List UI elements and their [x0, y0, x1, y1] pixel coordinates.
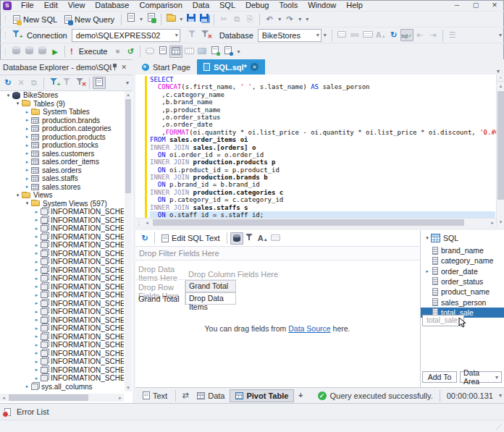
toolbar3-options-icon[interactable]: ▾: [235, 48, 242, 55]
tree-item[interactable]: ▸INFORMATION_SCHEMA.KEY_COLUMN_USAGE: [0, 274, 124, 283]
tab-list-dropdown-icon[interactable]: ▾: [495, 68, 504, 75]
tree-item[interactable]: ▸INFORMATION_SCHEMA.VIEW_COLUMN_USAGE: [0, 366, 124, 375]
tree-item[interactable]: ▾Tables (9): [0, 100, 124, 109]
code-line[interactable]: ,FORMAT(oi.quantity * oi.list_price - oi…: [150, 129, 495, 136]
export-data-icon[interactable]: [209, 46, 222, 58]
code-line[interactable]: FROM sales.order_items oi: [150, 136, 495, 143]
expand-icon[interactable]: ▸: [33, 359, 41, 365]
field-tree-root[interactable]: ▾SQL: [421, 233, 504, 243]
toolbar-grip[interactable]: ⋮: [0, 16, 9, 22]
code-line[interactable]: INNER JOIN production.products p: [150, 158, 495, 166]
tree-item[interactable]: ▸sys.all_columns: [0, 383, 124, 391]
connection-properties-icon[interactable]: [186, 29, 199, 41]
refresh-icon[interactable]: ↻: [387, 29, 400, 41]
code-line[interactable]: ON oi.product_id = p.product_id: [150, 166, 495, 174]
scroll-up-icon[interactable]: ▴: [497, 82, 504, 90]
field-item-category_name[interactable]: category_name: [421, 255, 504, 266]
undo-dropdown-icon[interactable]: ▾: [276, 16, 283, 22]
tree-item[interactable]: ▸sales.staffs: [0, 174, 124, 183]
explorer-horizontal-scrollbar[interactable]: ◂ ▸: [0, 394, 124, 402]
filter-icon[interactable]: [243, 232, 256, 245]
field-item-sales_person[interactable]: sales_person: [421, 297, 504, 308]
undo-icon[interactable]: ↶: [263, 13, 276, 25]
close-icon[interactable]: ✕: [485, 0, 504, 11]
database-rollback-icon[interactable]: [35, 46, 49, 58]
keyboard-icon[interactable]: [361, 29, 374, 41]
collapse-icon[interactable]: ▾: [14, 101, 22, 106]
code-line[interactable]: INNER JOIN production.brands b: [150, 174, 495, 181]
tree-item[interactable]: ▸production.brands: [0, 117, 124, 125]
expand-icon[interactable]: ▸: [23, 176, 31, 182]
tree-item[interactable]: ▸INFORMATION_SCHEMA.SEQUENCES: [0, 324, 124, 333]
stop-icon[interactable]: ■: [111, 46, 124, 58]
menu-tools[interactable]: Tools: [274, 0, 303, 11]
script-view-icon[interactable]: [93, 77, 106, 89]
scroll-right-icon[interactable]: ▸: [117, 394, 124, 402]
field-item-order_status[interactable]: order_status: [421, 276, 504, 287]
expand-icon[interactable]: ▸: [23, 126, 31, 132]
save-all-icon[interactable]: [198, 13, 211, 25]
time-dropdown-icon[interactable]: ▾: [497, 392, 504, 399]
new-query-button[interactable]: New Query: [61, 14, 118, 25]
swap-panes-icon[interactable]: ⇄: [179, 389, 192, 402]
expand-icon[interactable]: ▸: [33, 234, 41, 240]
expand-icon[interactable]: ▸: [33, 326, 41, 331]
expand-icon[interactable]: ▸: [23, 134, 31, 140]
tree-item[interactable]: ▾Views: [0, 191, 124, 200]
split-editor-icon[interactable]: ÷: [497, 75, 504, 82]
layout-grid-icon[interactable]: [182, 46, 196, 58]
tree-item[interactable]: ▸production.categories: [0, 124, 124, 133]
field-item-brand_name[interactable]: brand_name: [421, 245, 504, 255]
save-icon[interactable]: [185, 13, 198, 25]
new-connection-icon[interactable]: [145, 13, 158, 25]
tree-item[interactable]: ▸INFORMATION_SCHEMA.CONSTRAINT_COLUMN_US…: [0, 241, 124, 250]
tab-pivot-table[interactable]: Pivot Table: [230, 389, 294, 402]
explorer-vertical-scrollbar[interactable]: ▴ ▾: [125, 91, 132, 391]
tree-item[interactable]: ▸INFORMATION_SCHEMA.COLUMN_DOMAIN_USAGE: [0, 216, 124, 225]
tree-item[interactable]: ▸INFORMATION_SCHEMA.TABLES: [0, 333, 124, 342]
code-line[interactable]: INNER JOIN sales.[orders] o: [150, 144, 495, 151]
area-combobox[interactable]: Data Area ▾: [460, 371, 502, 383]
tree-item[interactable]: ▸INFORMATION_SCHEMA.VIEW_TABLE_USAGE: [0, 374, 124, 383]
close-icon[interactable]: ✕: [118, 64, 130, 71]
tab-sql-document[interactable]: SQL.sql* ✕: [197, 59, 265, 75]
tree-item[interactable]: ▾BikeStores: [0, 91, 124, 100]
data-items-cell[interactable]: Drop Data Items: [185, 292, 236, 305]
code-line[interactable]: ON o.staff_id = s.staff_id;: [150, 211, 495, 218]
expand-icon[interactable]: ▸: [33, 250, 41, 256]
refresh-icon[interactable]: ↻: [138, 232, 151, 245]
toolbar1-options-icon[interactable]: ▾: [303, 16, 311, 22]
new-sql-button[interactable]: New SQL: [9, 14, 61, 25]
tab-start-page[interactable]: Start Page: [135, 59, 197, 75]
explorer-options-icon[interactable]: ▾: [124, 80, 131, 86]
add-to-button[interactable]: Add To: [422, 371, 457, 383]
code-line[interactable]: ,c.category_name: [150, 91, 495, 98]
expand-icon[interactable]: ▸: [33, 342, 41, 348]
tree-item[interactable]: ▸INFORMATION_SCHEMA.DOMAIN_CONSTRAINTS: [0, 258, 124, 266]
tree-item[interactable]: ▸INFORMATION_SCHEMA.CONSTRAINT_TABLE_USA…: [0, 250, 124, 258]
expand-icon[interactable]: ▸: [23, 167, 31, 173]
expand-icon[interactable]: ▸: [33, 350, 41, 356]
tree-item[interactable]: ▸INFORMATION_SCHEMA.COLUMNS: [0, 233, 124, 242]
menu-data[interactable]: Data: [188, 0, 214, 11]
menu-sql[interactable]: SQL: [214, 0, 240, 11]
expand-icon[interactable]: ▸: [23, 117, 31, 123]
code-line[interactable]: ON p.category_id = c.category_id: [150, 196, 495, 203]
expand-icon[interactable]: ▸: [23, 159, 31, 165]
expand-icon[interactable]: ▸: [23, 184, 31, 190]
tree-item[interactable]: ▸INFORMATION_SCHEMA.DOMAINS: [0, 266, 124, 275]
code-line[interactable]: INNER JOIN production.categories c: [150, 189, 495, 196]
redo-icon[interactable]: ↷: [283, 13, 296, 25]
copy-icon[interactable]: ⧉: [230, 13, 243, 25]
field-item-product_name[interactable]: product_name: [421, 287, 504, 297]
add-view-icon[interactable]: +: [294, 389, 307, 402]
code-line[interactable]: INNER JOIN sales.staffs s: [150, 204, 495, 211]
database-session-icon[interactable]: [9, 46, 22, 58]
editor-vertical-scrollbar[interactable]: ÷ ▴ ▾: [496, 75, 504, 226]
execute-button[interactable]: Execute: [75, 46, 112, 57]
menu-view[interactable]: View: [63, 0, 91, 11]
editor-horizontal-scrollbar[interactable]: ⋮ ◂ ▸: [135, 218, 496, 226]
font-size-icon[interactable]: A▲: [374, 29, 387, 41]
collapse-icon[interactable]: ▾: [4, 93, 12, 98]
paste-icon[interactable]: ⎘: [243, 13, 256, 25]
